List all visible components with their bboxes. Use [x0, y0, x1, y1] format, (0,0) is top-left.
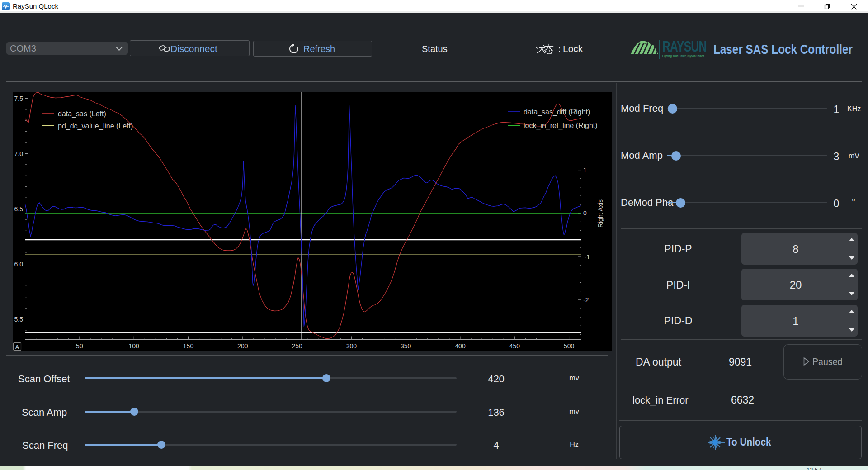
svg-text:200: 200: [237, 342, 248, 350]
svg-text:Right Axis: Right Axis: [597, 199, 604, 228]
svg-text:50: 50: [76, 342, 83, 350]
svg-text:pd_dc_value_line (Left): pd_dc_value_line (Left): [58, 122, 133, 130]
svg-text:7.0: 7.0: [14, 150, 24, 157]
svg-text:500: 500: [564, 342, 575, 350]
svg-text:5.5: 5.5: [14, 316, 24, 323]
svg-text:1: 1: [583, 166, 587, 174]
svg-text:-1: -1: [585, 253, 590, 261]
svg-text:Lighting Your Future,RaySun Sh: Lighting Your Future,RaySun Shines: [662, 54, 704, 57]
svg-text:6.0: 6.0: [14, 261, 24, 268]
svg-text:0: 0: [583, 209, 587, 217]
svg-text:250: 250: [292, 342, 302, 350]
svg-text:A: A: [15, 344, 19, 351]
svg-text:450: 450: [509, 342, 520, 350]
svg-text:-2: -2: [583, 296, 589, 304]
svg-text:300: 300: [346, 342, 357, 350]
svg-text:6.5: 6.5: [14, 205, 24, 213]
svg-text:150: 150: [183, 342, 194, 350]
svg-text:RAYSUN: RAYSUN: [662, 38, 707, 55]
svg-text:100: 100: [129, 342, 140, 350]
svg-text:lock_in_ref_line (Right): lock_in_ref_line (Right): [524, 122, 598, 130]
svg-text:400: 400: [455, 342, 466, 350]
svg-text:7.5: 7.5: [14, 95, 24, 102]
svg-text:350: 350: [401, 342, 411, 350]
svg-text:data_sas_diff (Right): data_sas_diff (Right): [524, 108, 590, 116]
svg-text:data_sas (Left): data_sas (Left): [58, 110, 106, 118]
